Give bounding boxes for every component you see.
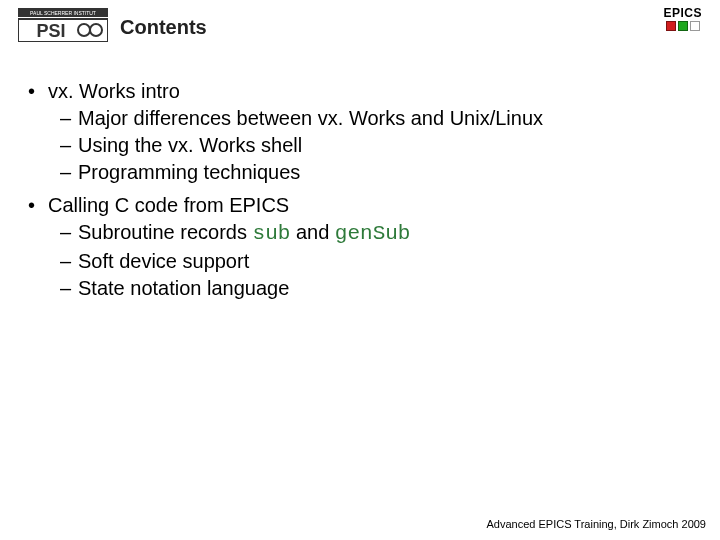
code-token: sub	[253, 222, 291, 245]
dash-icon: –	[60, 132, 78, 159]
item-label: Calling C code from EPICS	[48, 192, 289, 219]
slide-footer: Advanced EPICS Training, Dirk Zimoch 200…	[487, 518, 707, 530]
list-subitem: – Programming techniques	[28, 159, 692, 186]
subitem-label: Using the vx. Works shell	[78, 132, 302, 159]
subitem-label: Programming techniques	[78, 159, 300, 186]
slide-header: PAUL SCHERRER INSTITUT PSI Contents EPIC…	[0, 0, 720, 48]
bullet-icon: •	[28, 192, 48, 219]
subitem-label: Major differences between vx. Works and …	[78, 105, 543, 132]
dash-icon: –	[60, 248, 78, 275]
list-subitem: – Soft device support	[28, 248, 692, 275]
dash-icon: –	[60, 275, 78, 302]
subitem-prefix: Subroutine records	[78, 221, 253, 243]
epics-logo: EPICS	[663, 6, 702, 31]
epics-logo-boxes	[663, 21, 702, 31]
dash-icon: –	[60, 219, 78, 248]
list-subitem: – Subroutine records sub and genSub	[28, 219, 692, 248]
list-item: • Calling C code from EPICS	[28, 192, 692, 219]
epics-box-2	[678, 21, 688, 31]
epics-box-1	[666, 21, 676, 31]
subitem-mid: and	[290, 221, 334, 243]
item-label: vx. Works intro	[48, 78, 180, 105]
subitem-label: State notation language	[78, 275, 289, 302]
list-item: • vx. Works intro	[28, 78, 692, 105]
epics-box-3	[690, 21, 700, 31]
psi-logo-main-text: PSI	[36, 21, 65, 41]
subitem-label: Soft device support	[78, 248, 249, 275]
slide-content: • vx. Works intro – Major differences be…	[0, 48, 720, 302]
list-subitem: – Using the vx. Works shell	[28, 132, 692, 159]
psi-logo-top-text: PAUL SCHERRER INSTITUT	[30, 10, 96, 16]
page-title: Contents	[120, 16, 207, 39]
epics-logo-label: EPICS	[663, 6, 702, 20]
subitem-label-composite: Subroutine records sub and genSub	[78, 219, 410, 248]
list-subitem: – State notation language	[28, 275, 692, 302]
list-subitem: – Major differences between vx. Works an…	[28, 105, 692, 132]
dash-icon: –	[60, 105, 78, 132]
code-token: genSub	[335, 222, 411, 245]
bullet-icon: •	[28, 78, 48, 105]
psi-logo: PAUL SCHERRER INSTITUT PSI	[18, 8, 108, 46]
dash-icon: –	[60, 159, 78, 186]
